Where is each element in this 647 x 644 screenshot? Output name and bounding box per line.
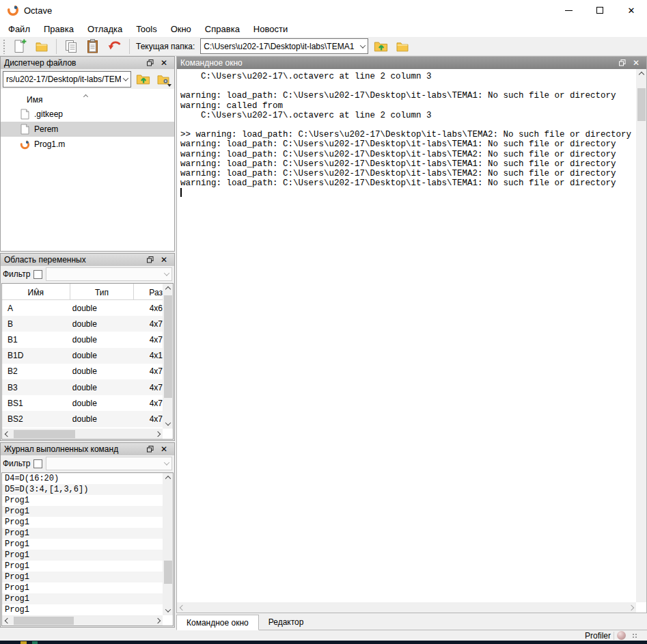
browser-path-value: rs/u202-17/Desktop/it-labs/ТЕМА1 (6, 75, 121, 84)
vertical-scrollbar[interactable] (163, 284, 173, 429)
vertical-scrollbar[interactable] (636, 69, 646, 602)
filter-combobox[interactable] (46, 457, 172, 470)
close-icon: ✕ (628, 5, 635, 16)
history-entry[interactable]: Prog1 (2, 572, 163, 582)
horizontal-scrollbar[interactable] (2, 615, 163, 626)
scrollbar-thumb[interactable] (164, 561, 172, 584)
menu-item[interactable]: Файл (1, 22, 37, 36)
scroll-right-icon[interactable] (626, 602, 636, 613)
console-area[interactable]: C:\Users\u202-17\.octaverc at line 2 col… (177, 69, 636, 602)
file-icon (19, 109, 30, 120)
table-row[interactable]: B1Ddouble4x1 (2, 348, 163, 364)
new-script-button[interactable] (10, 38, 29, 55)
close-panel-button[interactable]: ✕ (157, 255, 171, 265)
file-row[interactable]: Prog1.m (1, 137, 174, 152)
table-row[interactable]: BS1double4x7 (2, 395, 163, 411)
scroll-down-icon[interactable] (163, 605, 173, 615)
workspace-table-header[interactable]: Имя Тип Раз (2, 284, 163, 300)
filter-combobox[interactable] (46, 267, 172, 281)
table-row[interactable]: Adouble4x6 (2, 300, 163, 316)
undock-button[interactable] (143, 446, 157, 453)
scrollbar-thumb[interactable] (14, 617, 74, 625)
history-entry[interactable]: Prog1 (2, 550, 163, 561)
column-header-name[interactable]: Имя (2, 284, 70, 299)
undo-button[interactable] (105, 38, 124, 55)
table-row[interactable]: B2double4x7 (2, 364, 163, 379)
scroll-right-icon[interactable] (152, 615, 163, 626)
file-row[interactable]: Perem (1, 122, 174, 137)
file-row[interactable]: .gitkeep (1, 107, 174, 122)
table-row[interactable]: Bdouble4x7 (2, 316, 163, 332)
undock-button[interactable] (616, 59, 629, 66)
vertical-scrollbar[interactable] (163, 473, 173, 615)
maximize-button[interactable] (584, 0, 616, 21)
close-panel-button[interactable]: ✕ (157, 58, 171, 68)
folder-actions-button[interactable] (154, 71, 172, 88)
history-entry[interactable]: Prog1 (2, 561, 163, 572)
close-panel-button[interactable]: ✕ (157, 444, 171, 454)
undock-icon (147, 256, 154, 263)
menu-item[interactable]: Tools (129, 22, 163, 36)
toolbar-drag-handle[interactable] (3, 39, 6, 54)
scrollbar-thumb[interactable] (164, 295, 172, 398)
browse-folder-button[interactable] (393, 38, 412, 55)
paste-button[interactable] (83, 38, 102, 55)
history-entry[interactable]: Prog1 (2, 582, 163, 593)
horizontal-scrollbar[interactable] (177, 602, 636, 613)
file-list-header[interactable]: Имя (1, 89, 174, 107)
menu-item[interactable]: Новости (247, 22, 294, 36)
scroll-down-icon[interactable] (163, 418, 173, 429)
close-panel-button[interactable]: ✕ (629, 58, 643, 68)
scrollbar-thumb[interactable] (14, 430, 75, 438)
scrollbar-thumb[interactable] (637, 88, 646, 121)
folder-up-button[interactable] (371, 38, 390, 55)
menu-item[interactable]: Отладка (81, 22, 129, 36)
history-entry[interactable]: Prog1 (2, 539, 163, 550)
table-row[interactable]: BS2double4x7 (2, 411, 163, 427)
scroll-left-icon[interactable] (2, 615, 12, 626)
variable-type: double (70, 304, 135, 313)
browser-path-combobox[interactable]: rs/u202-17/Desktop/it-labs/ТЕМА1 (3, 71, 131, 88)
history-entry[interactable]: D4=D(16:20) (2, 473, 163, 484)
folder-settings-icon (156, 74, 170, 85)
table-row[interactable]: B1double4x7 (2, 332, 163, 347)
profiler-status-icon[interactable] (617, 631, 626, 640)
filter-checkbox[interactable] (33, 459, 42, 468)
minimize-button[interactable] (553, 0, 584, 21)
open-folder-button[interactable] (32, 38, 51, 55)
history-entry[interactable]: Prog1 (2, 495, 163, 506)
tab-editor[interactable]: Редактор (259, 615, 314, 630)
file-browser-titlebar: Диспетчер файлов ✕ (1, 57, 174, 69)
scroll-up-icon[interactable] (636, 69, 646, 79)
undock-button[interactable] (143, 59, 157, 66)
tab-command-window[interactable]: Командное окно (176, 615, 259, 630)
history-entry[interactable]: Prog1 (2, 517, 163, 528)
menu-item[interactable]: Окно (164, 22, 198, 36)
column-header-type[interactable]: Тип (70, 284, 135, 299)
menu-item[interactable]: Правка (37, 22, 81, 36)
resize-grip-icon[interactable] (631, 632, 637, 639)
scroll-up-icon[interactable] (163, 473, 173, 483)
scroll-left-icon[interactable] (2, 429, 12, 439)
close-button[interactable]: ✕ (616, 0, 647, 21)
variable-type: double (70, 351, 135, 360)
history-entry[interactable]: Prog1 (2, 528, 163, 539)
variable-type: double (70, 319, 135, 329)
menu-item[interactable]: Справка (198, 22, 247, 36)
folder-up-button[interactable] (134, 71, 152, 88)
current-folder-combobox[interactable]: C:\Users\u202-17\Desktop\it-labs\ТЕМА1 (200, 38, 368, 54)
history-entry[interactable]: Prog1 (2, 506, 163, 517)
copy-button[interactable] (61, 38, 81, 55)
open-folder-icon (35, 41, 49, 52)
column-header-dims[interactable]: Раз (134, 284, 163, 299)
scroll-left-icon[interactable] (177, 602, 187, 613)
scroll-right-icon[interactable] (152, 429, 163, 439)
filter-checkbox[interactable] (33, 270, 42, 279)
horizontal-scrollbar[interactable] (2, 429, 163, 439)
history-entry[interactable]: D5=D(3:4,[1,3,6]) (2, 484, 163, 495)
history-entry[interactable]: Prog1 (2, 604, 163, 615)
scroll-up-icon[interactable] (163, 284, 173, 294)
history-entry[interactable]: Prog1 (2, 593, 163, 604)
table-row[interactable]: B3double4x7 (2, 379, 163, 395)
undock-button[interactable] (143, 256, 157, 263)
